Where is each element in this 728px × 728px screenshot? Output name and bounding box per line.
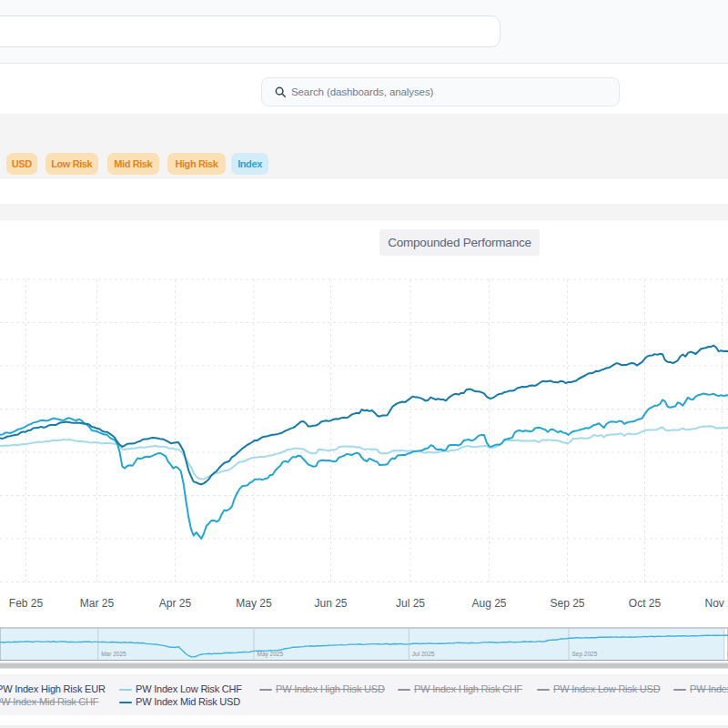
svg-text:Mar 25: Mar 25 xyxy=(80,597,115,610)
svg-text:Sep 2025: Sep 2025 xyxy=(572,651,598,658)
svg-text:Jul 2025: Jul 2025 xyxy=(412,651,435,657)
svg-text:Sep 25: Sep 25 xyxy=(550,597,584,610)
svg-text:Mar 2025: Mar 2025 xyxy=(101,651,126,657)
svg-text:Apr 25: Apr 25 xyxy=(159,597,192,610)
svg-text:Nov 25: Nov 25 xyxy=(704,597,728,610)
svg-text:Aug 25: Aug 25 xyxy=(471,597,506,610)
svg-text:Jul 25: Jul 25 xyxy=(396,597,425,610)
svg-text:Feb 25: Feb 25 xyxy=(9,597,44,610)
svg-text:Jun 25: Jun 25 xyxy=(314,597,347,610)
svg-text:May 25: May 25 xyxy=(236,597,272,610)
svg-text:Oct 25: Oct 25 xyxy=(629,597,662,610)
svg-text:May 2025: May 2025 xyxy=(258,651,284,658)
